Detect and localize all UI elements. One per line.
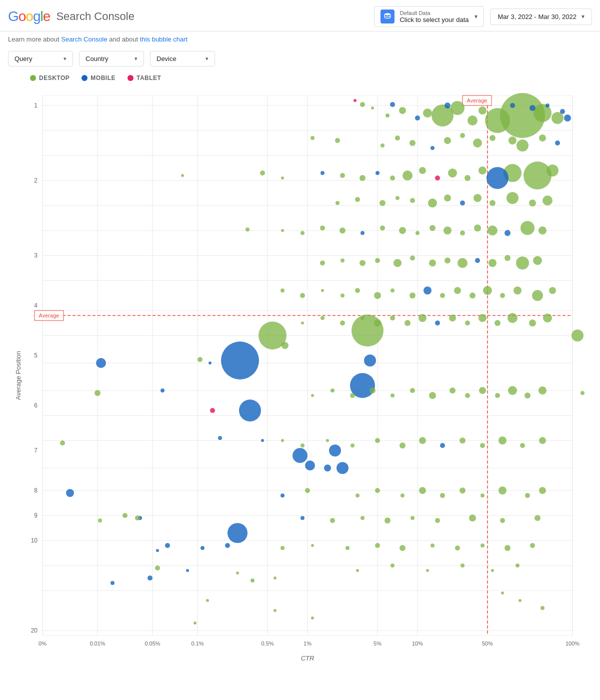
bubble[interactable] (335, 138, 340, 143)
bubble[interactable] (524, 392, 530, 398)
bubble[interactable] (430, 225, 436, 231)
bubble[interactable] (122, 513, 128, 518)
bubble[interactable] (218, 436, 222, 440)
bubble[interactable] (360, 231, 364, 235)
bubble[interactable] (336, 201, 340, 205)
bubble[interactable] (543, 314, 552, 322)
bubble[interactable] (98, 518, 102, 522)
bubble[interactable] (329, 444, 341, 456)
bubble[interactable] (360, 516, 364, 520)
bubble[interactable] (478, 166, 486, 174)
bubble[interactable] (320, 316, 324, 320)
bubble[interactable] (485, 108, 510, 133)
bubble[interactable] (458, 258, 468, 268)
bubble[interactable] (310, 136, 314, 140)
bubble[interactable] (340, 320, 345, 326)
bubble[interactable] (300, 293, 305, 298)
bubble[interactable] (525, 493, 530, 498)
device-filter[interactable]: Device ▾ (150, 51, 215, 66)
bubble[interactable] (539, 487, 546, 494)
bubble[interactable] (390, 288, 394, 292)
bubble[interactable] (475, 258, 480, 263)
bubble[interactable] (155, 566, 160, 570)
bubble[interactable] (448, 168, 457, 178)
bubble[interactable] (429, 260, 436, 266)
bubble[interactable] (395, 136, 400, 140)
bubble[interactable] (60, 440, 65, 446)
bubble[interactable] (504, 230, 510, 236)
bubble[interactable] (360, 175, 366, 181)
bubble[interactable] (352, 314, 384, 346)
bubble[interactable] (208, 362, 212, 364)
bubble[interactable] (375, 543, 380, 548)
bubble[interactable] (444, 137, 451, 144)
bubble[interactable] (156, 549, 159, 552)
bubble[interactable] (390, 176, 395, 180)
bubble[interactable] (360, 260, 366, 266)
bubble[interactable] (274, 609, 276, 612)
bubble[interactable] (424, 286, 432, 294)
bubble[interactable] (435, 176, 440, 180)
bubble[interactable] (410, 256, 415, 260)
bubble[interactable] (469, 514, 476, 522)
bubble[interactable] (390, 102, 395, 107)
bubble[interactable] (419, 487, 426, 494)
bubble[interactable] (426, 569, 429, 572)
bubble[interactable] (572, 330, 584, 342)
bubble[interactable] (508, 313, 518, 323)
bubble[interactable] (444, 226, 452, 234)
bubble[interactable] (320, 171, 324, 175)
bubble[interactable] (380, 200, 386, 206)
bubble[interactable] (539, 437, 546, 444)
bubble[interactable] (300, 516, 304, 520)
bubble[interactable] (375, 438, 380, 443)
bubble[interactable] (96, 358, 106, 368)
bubble[interactable] (549, 287, 556, 294)
bubble[interactable] (355, 197, 360, 202)
bubble[interactable] (483, 286, 492, 295)
bubble[interactable] (450, 388, 456, 394)
bubble[interactable] (281, 439, 284, 442)
bubble[interactable] (370, 388, 376, 394)
bubble[interactable] (560, 109, 565, 114)
bubble[interactable] (402, 170, 412, 180)
bubble[interactable] (538, 226, 546, 234)
bubble[interactable] (280, 494, 284, 498)
bubble[interactable] (384, 518, 390, 524)
bubble[interactable] (501, 592, 504, 594)
bubble[interactable] (165, 543, 170, 548)
bubble[interactable] (356, 569, 359, 572)
bubble[interactable] (491, 569, 494, 572)
data-selector[interactable]: Default Data Click to select your data ▾ (374, 6, 484, 27)
bubble[interactable] (480, 544, 484, 548)
bubble[interactable] (460, 438, 466, 444)
bubble[interactable] (374, 320, 381, 326)
bubble[interactable] (321, 289, 324, 292)
bubble[interactable] (210, 408, 215, 413)
bubble[interactable] (440, 443, 445, 448)
bubble[interactable] (400, 442, 406, 448)
bubble[interactable] (473, 138, 482, 148)
bubble[interactable] (460, 200, 465, 206)
bubble[interactable] (250, 578, 254, 582)
bubble[interactable] (530, 543, 535, 548)
bubble[interactable] (311, 616, 314, 620)
bubble[interactable] (555, 140, 560, 146)
bubble[interactable] (564, 114, 571, 122)
bubble[interactable] (198, 357, 202, 362)
bubble[interactable] (460, 564, 464, 568)
bubble[interactable] (350, 444, 354, 448)
bubble[interactable] (200, 546, 204, 550)
bubble[interactable] (239, 400, 261, 422)
bubble[interactable] (534, 515, 540, 521)
bubble[interactable] (539, 134, 546, 142)
bubble[interactable] (225, 543, 230, 548)
bubble[interactable] (546, 164, 558, 176)
bubble[interactable] (280, 288, 284, 292)
bubble[interactable] (261, 439, 264, 442)
bubble[interactable] (280, 546, 284, 550)
bubble[interactable] (530, 105, 536, 111)
bubble[interactable] (435, 320, 440, 326)
bubble[interactable] (468, 116, 478, 126)
bubble[interactable] (533, 256, 542, 265)
